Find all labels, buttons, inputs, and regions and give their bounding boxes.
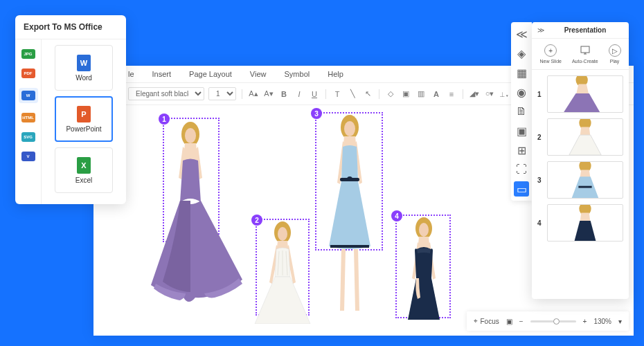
format-html[interactable]: HTML: [21, 113, 35, 122]
fit-icon[interactable]: ⛶: [514, 162, 529, 177]
play-button[interactable]: ▷ Play: [609, 44, 621, 64]
slide-thumb-4[interactable]: 4: [537, 204, 623, 242]
shape-icon[interactable]: ◇: [385, 89, 396, 100]
export-title: Export To MS Office: [15, 15, 126, 39]
plus-icon: +: [544, 44, 557, 57]
menu-item-pagelayout[interactable]: Page Layout: [189, 70, 232, 78]
zoom-out-button[interactable]: −: [519, 318, 524, 325]
menu-item-view[interactable]: View: [250, 70, 267, 78]
svg-rect-11: [581, 46, 589, 53]
zoom-slider[interactable]: [530, 320, 576, 322]
slide-thumb-2[interactable]: 2: [537, 118, 623, 156]
slide-thumb-3[interactable]: 3: [537, 161, 623, 199]
figure-purple-gown[interactable]: [145, 119, 249, 320]
picture-icon[interactable]: ▣: [514, 123, 529, 138]
menu-item-help[interactable]: Help: [328, 70, 343, 78]
svg-rect-15: [578, 186, 591, 188]
figure-navy-dress[interactable]: [394, 216, 454, 320]
svg-point-10: [419, 223, 429, 237]
export-panel: Export To MS Office JPG PDF W HTML SVG V…: [15, 15, 126, 204]
font-select[interactable]: Elegant soft black: [128, 87, 204, 100]
stroke-icon[interactable]: ○▾: [484, 89, 495, 100]
export-card-label: Word: [75, 74, 92, 82]
export-card-word[interactable]: W Word: [55, 45, 113, 91]
layers-icon[interactable]: ◉: [514, 84, 529, 100]
underline-icon[interactable]: U: [309, 89, 320, 100]
zoom-dropdown-icon[interactable]: ▾: [618, 318, 622, 325]
figure-blue-dress[interactable]: [315, 113, 384, 318]
presentation-icon[interactable]: ▭: [514, 181, 529, 197]
status-bar: ⌖ Focus ▣ − + 130% ▾: [467, 311, 629, 331]
presentation-title: Presentation: [547, 26, 623, 34]
format-word[interactable]: W: [21, 91, 35, 100]
svg-point-3: [344, 121, 355, 136]
zoom-in-button[interactable]: +: [583, 318, 587, 325]
export-card-label: PowerPoint: [66, 125, 101, 133]
text-align-icon[interactable]: A: [431, 89, 442, 100]
bold-icon[interactable]: B: [278, 89, 289, 100]
word-icon: W: [77, 55, 91, 71]
presentation-panel: ≫ Presentation + New Slide Auto-Create ▷…: [532, 22, 629, 299]
slide-thumb-1[interactable]: 1: [537, 75, 623, 113]
text-tool-icon[interactable]: T: [332, 89, 343, 100]
collapse-icon[interactable]: ≫: [537, 26, 547, 34]
increase-size-icon[interactable]: A▴: [248, 89, 259, 100]
menu-item-symbol[interactable]: Symbol: [285, 70, 310, 78]
excel-icon: X: [77, 157, 91, 174]
format-svg[interactable]: SVG: [21, 132, 35, 142]
format-jpg[interactable]: JPG: [21, 49, 35, 59]
svg-point-8: [278, 227, 287, 241]
export-side-formats: JPG PDF W HTML SVG V: [15, 39, 42, 204]
image-icon[interactable]: ▣: [400, 89, 411, 100]
decrease-size-icon[interactable]: A▾: [263, 89, 274, 100]
slide-list: 1 2 3 4: [532, 70, 629, 247]
format-visio[interactable]: V: [21, 152, 35, 161]
fit-icon[interactable]: ▣: [506, 318, 512, 325]
menu-item[interactable]: le: [128, 70, 134, 78]
screen-icon: [579, 44, 591, 57]
fill-color-icon[interactable]: ◢▾: [469, 89, 480, 100]
collapse-strip-icon[interactable]: ≪: [514, 26, 529, 42]
svg-rect-6: [330, 245, 369, 248]
export-card-label: Excel: [75, 176, 92, 184]
powerpoint-icon: P: [77, 106, 91, 122]
play-icon: ▷: [609, 44, 621, 57]
page-icon[interactable]: 🗎: [514, 104, 529, 119]
export-card-excel[interactable]: X Excel: [55, 147, 113, 193]
crop-icon[interactable]: ⟂▾: [499, 89, 510, 100]
svg-point-5: [347, 176, 352, 182]
italic-icon[interactable]: I: [294, 89, 305, 100]
format-pdf[interactable]: PDF: [21, 69, 35, 78]
paint-icon[interactable]: ◈: [514, 46, 529, 61]
zoom-value: 130%: [593, 318, 611, 325]
list-icon[interactable]: ≡: [446, 89, 457, 100]
fontsize-select[interactable]: 12: [208, 87, 236, 100]
grid-icon[interactable]: ▦: [514, 65, 529, 80]
svg-point-1: [185, 128, 196, 143]
focus-button[interactable]: ⌖ Focus: [474, 317, 499, 325]
menu-item-insert[interactable]: Insert: [152, 70, 172, 78]
cursor-icon[interactable]: ↖: [362, 89, 373, 100]
line-tool-icon[interactable]: ╲: [347, 89, 358, 100]
clip-icon[interactable]: ⊞: [514, 143, 529, 158]
figure-white-dress[interactable]: [244, 220, 321, 324]
focus-icon: ⌖: [474, 317, 478, 325]
export-card-powerpoint[interactable]: P PowerPoint: [55, 96, 113, 142]
new-slide-button[interactable]: + New Slide: [539, 44, 562, 64]
chart-icon[interactable]: ▥: [415, 89, 427, 100]
auto-create-button[interactable]: Auto-Create: [572, 44, 598, 64]
right-tool-strip: ≪ ◈ ▦ ◉ 🗎 ▣ ⊞ ⛶ ▭: [511, 22, 532, 201]
